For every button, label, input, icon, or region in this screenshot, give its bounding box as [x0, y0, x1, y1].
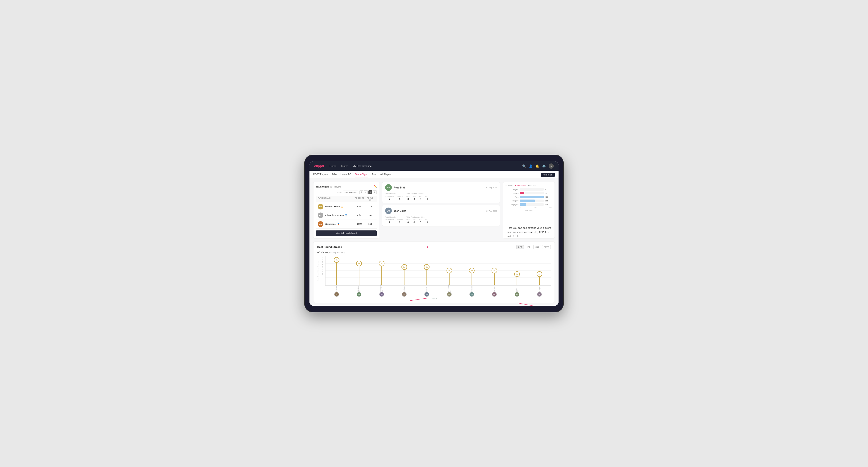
- x-player-8-name: M. Miller: [493, 286, 495, 291]
- streak-tab-app[interactable]: APP: [525, 245, 532, 249]
- bar-label-eagles: Eagles: [505, 188, 519, 191]
- bar-value-eagles: 3: [545, 188, 552, 191]
- player-card-1: RB Rees Britt 02 Sep 2023 Total Rounds T…: [382, 182, 500, 203]
- legend-practice: ● Practice: [528, 184, 536, 186]
- card-1-tournament-val: 7: [389, 198, 390, 200]
- y-label-0: 0: [322, 273, 325, 275]
- y-axis-numbers: 7 6 5 4 3 2 1 0: [322, 256, 325, 286]
- streak-chart-area: 7x 6x 6x 5x 5x 4x 4x: [325, 256, 551, 286]
- bar-container-birdies: [520, 192, 544, 194]
- streak-tab-putt[interactable]: PUTT: [542, 245, 551, 249]
- x-player-1-avatar: EE: [334, 292, 339, 297]
- card-1-header: RB Rees Britt 02 Sep 2023: [385, 184, 497, 191]
- card-1-tournament: Tournament 7: [385, 195, 394, 200]
- x-player-8: M. Miller MM: [486, 286, 503, 297]
- team-name: Team Clippd: [316, 185, 329, 188]
- card-2-putt: PUTT 1: [425, 219, 429, 224]
- card-1-rounds-row: Tournament 7 Practice 6: [385, 195, 403, 200]
- bar-label-birdies: Birdies: [505, 192, 519, 194]
- bar-label-pars: Pars: [505, 196, 519, 198]
- x-player-10: C. Quick CQ: [531, 286, 548, 297]
- card-2-activities-label: Total Practice Activities: [406, 216, 429, 218]
- chart-x-title: Total Shots: [505, 209, 552, 211]
- player-1-name: Richard Butler: [325, 206, 340, 208]
- x-player-9-name: R. Butler: [516, 286, 519, 291]
- grid-view-btn[interactable]: ⊞: [360, 190, 363, 194]
- bell-icon[interactable]: 🔔: [535, 164, 539, 168]
- card-2-header: JC Josh Coles 26 Aug 2023: [385, 208, 497, 214]
- panel-info: Team Clippd | 14 Players: [316, 184, 341, 188]
- bar-fill-bogeys: [520, 199, 535, 202]
- bottom-panel: Best Round Streaks OTT APP ARG PUTT: [313, 242, 555, 303]
- nav-teams[interactable]: Teams: [341, 164, 348, 168]
- sub-nav-tour[interactable]: Tour: [372, 171, 376, 178]
- card-2-arg: ARG 0: [418, 219, 422, 224]
- streak-tab-ott[interactable]: OTT: [516, 245, 524, 249]
- card-2-activities-row: OTT 0 APP 0 ARG 0: [406, 219, 429, 224]
- player-2-avatar: EC: [318, 213, 323, 218]
- sub-nav-pgat[interactable]: PGAT Players: [313, 171, 328, 178]
- player-2-score: 18/20: [353, 214, 365, 217]
- show-bar: Show Last 3 months ⊞ ≡ ▤ ⚙: [316, 190, 377, 194]
- bar-row-birdies: Birdies 96: [505, 192, 552, 194]
- view-leaderboard-button[interactable]: View Full Leaderboard: [316, 230, 377, 236]
- bar-label-bogeys: Bogeys: [505, 200, 519, 202]
- player-1-rank-icon: 🏅: [341, 206, 343, 208]
- best-round-streaks-title: Best Round Streaks: [317, 246, 342, 248]
- show-select[interactable]: Last 3 months: [343, 191, 358, 194]
- x-player-3-avatar: DB: [379, 292, 384, 297]
- x-axis-players: E. Elvert EE B. McHerg BM D. Billingham …: [317, 286, 551, 297]
- sub-nav-all-players[interactable]: All Players: [380, 171, 391, 178]
- logo: clippd: [314, 164, 324, 168]
- tablet-screen: clippd Home Teams My Performance 🔍 👤 🔔 ⚙…: [309, 161, 559, 306]
- card-2-ott: OTT 0: [406, 219, 410, 224]
- show-label: Show: [337, 191, 342, 193]
- settings-icon[interactable]: ⚙️: [542, 164, 546, 168]
- person-icon[interactable]: 👤: [529, 164, 533, 168]
- streak-chart-wrapper: Best Streak, Fairway Accuracy 7 6 5 4 3 …: [317, 256, 551, 286]
- x-player-3-name: D. Billingham: [380, 286, 383, 291]
- player-3-rank-icon: 🥉: [337, 223, 340, 225]
- streak-tab-arg[interactable]: ARG: [533, 245, 541, 249]
- list-view-btn[interactable]: ≡: [364, 190, 368, 194]
- avatar-icon[interactable]: U: [549, 163, 554, 168]
- y-axis-label: Best Streak, Fairway Accuracy: [317, 261, 319, 280]
- nav-home[interactable]: Home: [330, 164, 336, 168]
- card-2-rounds-row: Tournament 7 Practice 2: [385, 219, 403, 224]
- search-icon[interactable]: 🔍: [522, 164, 526, 168]
- x-player-9-avatar: RB: [515, 292, 519, 297]
- legend-tournament: ● Tournament: [515, 184, 526, 186]
- bar-chart: Eagles 3 Birdies 96: [505, 188, 552, 206]
- bar-container-pars: [520, 196, 544, 198]
- th-player-name: PLAYER NAME: [318, 197, 353, 201]
- player-count: | 14 Players: [330, 186, 341, 188]
- sub-nav-hcaps[interactable]: Hcaps 1-5: [341, 171, 351, 178]
- y-label-5: 5: [322, 261, 325, 263]
- player-3-avatar: CA: [318, 221, 323, 227]
- sub-nav-team-clippd[interactable]: Team Clippd: [355, 171, 368, 178]
- nav-my-performance[interactable]: My Performance: [352, 164, 372, 168]
- edit-icon[interactable]: ✏️: [374, 185, 377, 188]
- y-label-3: 3: [322, 266, 325, 268]
- player-2-rank-icon: 🥈: [345, 214, 347, 217]
- players-panel: RB Rees Britt 02 Sep 2023 Total Rounds T…: [382, 182, 500, 239]
- annotation-container: Here you can see streaks your players ha…: [507, 226, 552, 239]
- x-player-4: J. Coles JC: [396, 286, 412, 297]
- table-row: RB Richard Butler 🏅 19/20 110: [316, 203, 377, 211]
- x-player-5: R. Britt RB: [418, 286, 435, 297]
- x-player-7-name: D. Ford: [471, 286, 473, 291]
- x-player-10-avatar: CQ: [537, 292, 542, 297]
- table-headers: PLAYER NAME PB SCORE PB AVG SQ: [316, 196, 377, 203]
- card-1-avatar: RB: [385, 184, 392, 191]
- x-player-6-name: E. Crossman: [448, 286, 451, 291]
- add-team-button[interactable]: Add Team: [540, 173, 555, 177]
- card-2-app: APP 0: [412, 219, 416, 224]
- settings-view-btn[interactable]: ⚙: [373, 190, 377, 194]
- detail-view-btn[interactable]: ▤: [368, 190, 372, 194]
- sub-nav-pga[interactable]: PGA: [332, 171, 337, 178]
- bar-fill-pars: [520, 196, 544, 198]
- arrow-left-icon: [426, 245, 433, 249]
- bar-row-pars: Pars 499: [505, 196, 552, 198]
- main-content: Team Clippd | 14 Players ✏️ Show Last 3 …: [309, 179, 559, 306]
- card-2-rounds-label: Total Rounds: [385, 216, 403, 218]
